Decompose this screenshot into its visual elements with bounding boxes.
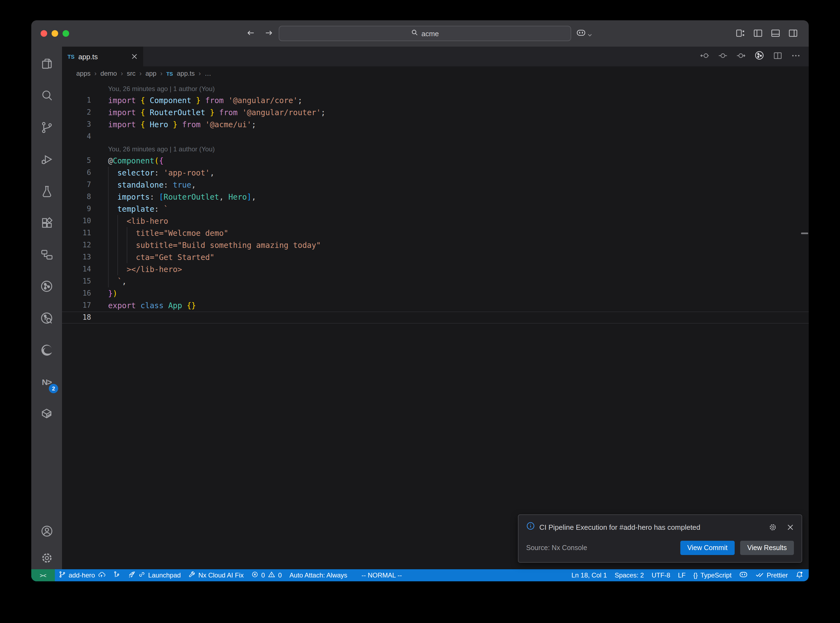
- code-line[interactable]: 4: [62, 130, 809, 143]
- code-line[interactable]: 8 imports: [RouterOutlet, Hero],: [62, 191, 809, 203]
- breadcrumb-demo[interactable]: demo: [100, 70, 117, 77]
- containers-icon[interactable]: [31, 397, 62, 430]
- notification-settings-gear-icon[interactable]: [769, 523, 777, 531]
- code-line[interactable]: 14 ></lib-hero>: [62, 263, 809, 275]
- code-line[interactable]: 15 `,: [62, 275, 809, 287]
- breadcrumb-symbol[interactable]: …: [205, 70, 211, 77]
- code-line[interactable]: 18: [62, 312, 809, 324]
- code-line[interactable]: 17export class App {}: [62, 299, 809, 312]
- search-icon: [411, 29, 418, 38]
- chevron-down-icon[interactable]: [588, 29, 592, 39]
- more-actions-icon[interactable]: [791, 51, 800, 62]
- gitlens-graph-icon[interactable]: [754, 51, 764, 63]
- breadcrumb-app[interactable]: app: [145, 70, 157, 77]
- breadcrumb-src[interactable]: src: [127, 70, 135, 77]
- code-line[interactable]: 9 template: `: [62, 203, 809, 215]
- edge-tools-icon[interactable]: [31, 334, 62, 366]
- breadcrumb-separator: ›: [160, 70, 163, 77]
- open-changes-icon[interactable]: [718, 51, 728, 62]
- breadcrumb: apps› demo› src› app› TS app.ts› …: [62, 66, 809, 81]
- testing-icon[interactable]: [31, 175, 62, 207]
- blame-line[interactable]: You, 26 minutes ago | 1 author (You): [62, 143, 809, 155]
- toggle-secondary-sidebar-icon[interactable]: [788, 29, 798, 40]
- bell-icon: [795, 571, 803, 580]
- formatter-status-item[interactable]: Prettier: [752, 569, 792, 581]
- commit-graph-status-item[interactable]: [109, 569, 124, 581]
- code-line[interactable]: 16}): [62, 287, 809, 299]
- breadcrumb-file[interactable]: app.ts: [177, 70, 195, 77]
- line-number: 2: [62, 106, 108, 118]
- settings-gear-icon[interactable]: [31, 546, 62, 569]
- tab-app-ts[interactable]: TS app.ts: [62, 47, 143, 66]
- branch-status-item[interactable]: add-hero: [55, 569, 109, 581]
- search-view-icon[interactable]: [31, 80, 62, 111]
- breadcrumb-separator: ›: [139, 70, 141, 77]
- notification-close-icon[interactable]: [787, 523, 794, 531]
- warning-count: 0: [278, 571, 282, 579]
- code-line[interactable]: 13 cta="Get Started": [62, 251, 809, 263]
- command-center-search[interactable]: acme: [279, 26, 571, 41]
- navigate-back-icon[interactable]: [246, 29, 255, 40]
- toggle-panel-icon[interactable]: [771, 29, 780, 40]
- close-tab-icon[interactable]: [131, 53, 138, 60]
- language-status-item[interactable]: {} TypeScript: [690, 569, 735, 581]
- info-icon: [526, 522, 535, 532]
- auto-attach-status-item[interactable]: Auto Attach: Always: [286, 569, 351, 581]
- gitlens-inspect-icon[interactable]: [31, 302, 62, 334]
- hierarchy-view-icon[interactable]: [31, 239, 62, 270]
- nx-console-icon[interactable]: N> 2: [31, 366, 62, 397]
- screen: acme: [0, 0, 840, 623]
- code-line[interactable]: 11 title="Welcmoe demo": [62, 227, 809, 239]
- split-editor-icon[interactable]: [773, 51, 782, 62]
- blame-line[interactable]: You, 26 minutes ago | 1 author (You): [62, 82, 809, 94]
- nx-cloud-status-item[interactable]: Nx Cloud AI Fix: [184, 569, 247, 581]
- code-editor[interactable]: You, 26 minutes ago | 1 author (You)1imp…: [62, 81, 809, 569]
- launchpad-status-item[interactable]: Launchpad: [124, 569, 184, 581]
- next-change-icon[interactable]: [736, 51, 746, 62]
- code-line[interactable]: 5@Component({: [62, 155, 809, 167]
- typescript-file-icon: TS: [166, 71, 173, 77]
- explorer-icon[interactable]: [31, 48, 62, 80]
- line-number: 1: [62, 94, 108, 106]
- minimize-window-button[interactable]: [52, 30, 58, 37]
- extensions-icon[interactable]: [31, 207, 62, 239]
- source-control-icon[interactable]: [31, 111, 62, 143]
- code-line[interactable]: 6 selector: 'app-root',: [62, 167, 809, 179]
- encoding-status-item[interactable]: UTF-8: [648, 569, 674, 581]
- eol-status-item[interactable]: LF: [674, 569, 690, 581]
- status-bar: >< add-hero Launchpad: [31, 569, 809, 581]
- previous-change-icon[interactable]: [700, 51, 709, 62]
- indentation-status-item[interactable]: Spaces: 2: [611, 569, 648, 581]
- code-line[interactable]: 3import { Hero } from '@acme/ui';: [62, 118, 809, 130]
- code-line[interactable]: 1import { Component } from '@angular/cor…: [62, 94, 809, 106]
- gitlens-icon[interactable]: [31, 270, 62, 302]
- toggle-primary-sidebar-icon[interactable]: [753, 29, 763, 40]
- vim-mode-status-item[interactable]: -- NORMAL --: [358, 569, 406, 581]
- account-icon[interactable]: [31, 516, 62, 546]
- wrench-icon: [189, 571, 196, 580]
- cursor-position-status-item[interactable]: Ln 18, Col 1: [568, 569, 611, 581]
- remote-indicator[interactable]: ><: [31, 569, 55, 581]
- warning-icon: [268, 571, 275, 580]
- copilot-status-item[interactable]: [736, 569, 752, 581]
- line-number: 13: [62, 251, 108, 263]
- view-results-button[interactable]: View Results: [740, 541, 794, 555]
- customize-layout-icon[interactable]: [736, 29, 745, 40]
- problems-status-item[interactable]: 0 0: [247, 569, 286, 581]
- close-window-button[interactable]: [41, 30, 47, 37]
- breadcrumb-apps[interactable]: apps: [76, 70, 91, 77]
- code-line[interactable]: 12 subtitle="Build something amazing tod…: [62, 239, 809, 251]
- view-commit-button[interactable]: View Commit: [680, 541, 735, 555]
- typescript-file-icon: TS: [68, 54, 75, 60]
- code-line[interactable]: 2import { RouterOutlet } from '@angular/…: [62, 106, 809, 118]
- run-debug-icon[interactable]: [31, 143, 62, 175]
- navigate-forward-icon[interactable]: [264, 29, 273, 40]
- code-line[interactable]: 7 standalone: true,: [62, 179, 809, 191]
- notifications-bell-item[interactable]: [792, 569, 809, 581]
- line-number: 18: [62, 312, 108, 324]
- copilot-icon[interactable]: [576, 29, 586, 39]
- code-line[interactable]: 10 <lib-hero: [62, 215, 809, 227]
- line-number: 17: [62, 299, 108, 312]
- zoom-window-button[interactable]: [63, 30, 69, 37]
- titlebar: acme: [31, 20, 809, 47]
